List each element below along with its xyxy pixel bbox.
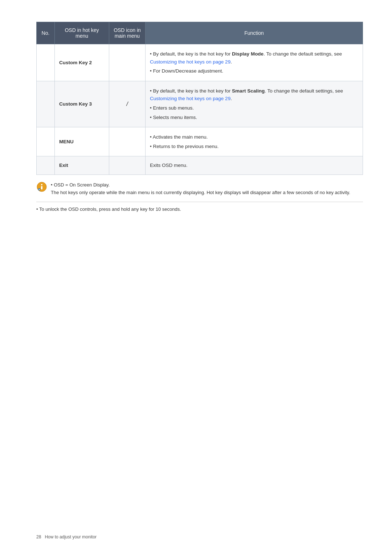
table-row: Exit Exits OSD menu. bbox=[37, 156, 363, 175]
header-function: Function bbox=[146, 22, 363, 44]
note-section: • OSD = On Screen Display. The hot keys … bbox=[36, 181, 363, 197]
svg-point-1 bbox=[41, 184, 42, 185]
row-icon bbox=[109, 127, 146, 156]
function-item: Selects menu items. bbox=[150, 113, 358, 122]
link-customizing-hotkeys[interactable]: Customizing the hot keys on page 29 bbox=[150, 96, 230, 101]
osd-table: No. OSD in hot key menu OSD icon in main… bbox=[36, 22, 363, 175]
row-key-name: Custom Key 3 bbox=[55, 81, 109, 127]
osd-definition: • OSD = On Screen Display. bbox=[51, 182, 110, 188]
unlock-note: • To unlock the OSD controls, press and … bbox=[36, 202, 363, 213]
table-row: Custom Key 3 / By default, the key is th… bbox=[37, 81, 363, 127]
table-row: Custom Key 2 By default, the key is the … bbox=[37, 44, 363, 81]
bold-text: Display Mode bbox=[232, 51, 264, 57]
function-item: For Down/Decrease adjustment. bbox=[150, 66, 358, 76]
row-no bbox=[37, 127, 55, 156]
table-header-row: No. OSD in hot key menu OSD icon in main… bbox=[37, 22, 363, 44]
row-function: By default, the key is the hot key for D… bbox=[146, 44, 363, 81]
row-key-name: Custom Key 2 bbox=[55, 44, 109, 81]
header-no: No. bbox=[37, 22, 55, 44]
function-item: Returns to the previous menu. bbox=[150, 142, 358, 151]
row-key-name: MENU bbox=[55, 127, 109, 156]
row-icon: / bbox=[109, 81, 146, 127]
footer: 28 How to adjust your monitor bbox=[36, 534, 97, 539]
function-item: Activates the main menu. bbox=[150, 132, 358, 142]
page-content: No. OSD in hot key menu OSD icon in main… bbox=[36, 22, 363, 213]
row-function: By default, the key is the hot key for S… bbox=[146, 81, 363, 127]
info-icon bbox=[36, 181, 47, 192]
row-icon bbox=[109, 156, 146, 175]
table-row: MENU Activates the main menu. Returns to… bbox=[37, 127, 363, 156]
header-osd-hotkey: OSD in hot key menu bbox=[55, 22, 109, 44]
row-no bbox=[37, 156, 55, 175]
function-item: By default, the key is the hot key for D… bbox=[150, 49, 358, 66]
row-function: Exits OSD menu. bbox=[146, 156, 363, 175]
link-customizing-hotkeys[interactable]: Customizing the hot keys on page 29 bbox=[150, 59, 230, 65]
row-key-name: Exit bbox=[55, 156, 109, 175]
row-icon bbox=[109, 44, 146, 81]
header-osd-icon: OSD icon in main menu bbox=[109, 22, 146, 44]
svg-rect-2 bbox=[41, 186, 42, 189]
bold-text: Smart Scaling bbox=[232, 88, 265, 94]
note-text-block: • OSD = On Screen Display. The hot keys … bbox=[51, 181, 350, 197]
row-no bbox=[37, 44, 55, 81]
row-no bbox=[37, 81, 55, 127]
function-item: By default, the key is the hot key for S… bbox=[150, 86, 358, 103]
svg-point-4 bbox=[39, 189, 40, 190]
row-function: Activates the main menu. Returns to the … bbox=[146, 127, 363, 156]
function-item: Enters sub menus. bbox=[150, 103, 358, 113]
hotkey-note: The hot keys only operate while the main… bbox=[51, 190, 350, 195]
